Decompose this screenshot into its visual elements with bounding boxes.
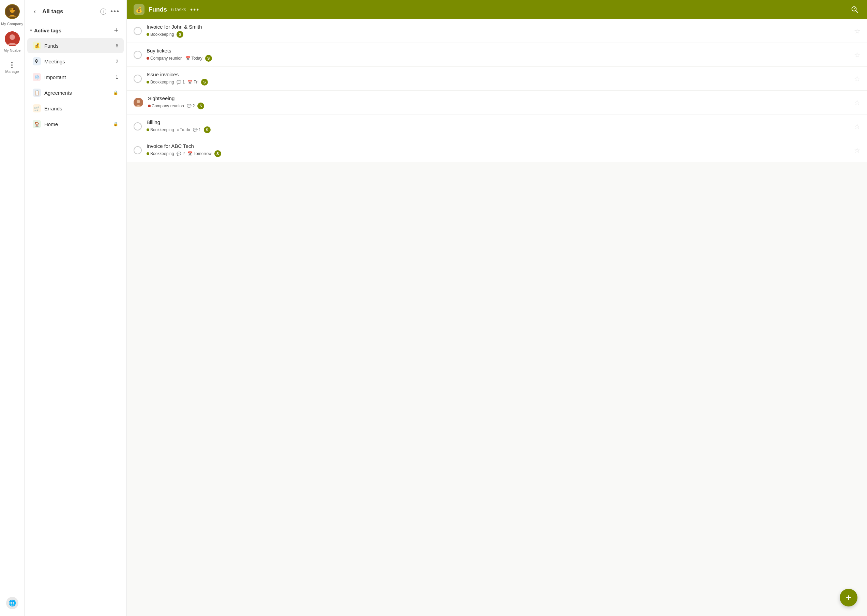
meta-tag: Bookkeeping <box>146 151 174 156</box>
tag-dot-icon <box>148 105 151 107</box>
company-avatar[interactable] <box>5 4 20 19</box>
search-icon <box>851 6 859 13</box>
task-checkbox[interactable] <box>134 122 142 130</box>
sidebar-header: ‹ All tags i ••• <box>25 0 126 23</box>
meta-tag: Company reunion <box>146 56 183 61</box>
task-avatar <box>134 98 143 107</box>
search-button[interactable] <box>849 4 860 15</box>
svg-point-3 <box>13 8 15 10</box>
task-content: BillingBookkeeping≡To-do💬1S <box>146 119 849 133</box>
task-content: Invoice for John & SmithBookkeepingS <box>146 24 849 38</box>
comment-icon: 💬 <box>187 104 192 108</box>
tag-label: Company reunion <box>152 104 184 108</box>
meta-date: 📅Fri <box>187 80 198 85</box>
task-content: Invoice for ABC TechBookkeeping💬2📅Tomorr… <box>146 143 849 157</box>
comment-icon: 💬 <box>193 128 198 132</box>
task-meta: Bookkeeping💬2📅TomorrowS <box>146 150 849 157</box>
task-item-2[interactable]: Buy ticketsCompany reunion📅TodayS☆ <box>127 43 867 67</box>
meta-person-badge: S <box>214 150 221 157</box>
tag-label: Bookkeeping <box>150 151 174 156</box>
task-title: Billing <box>146 119 849 125</box>
company-label: My Company <box>1 22 23 26</box>
info-button[interactable]: i <box>100 8 106 15</box>
meta-tag: Company reunion <box>148 104 184 108</box>
comment-icon: 💬 <box>176 152 181 156</box>
task-item-1[interactable]: Invoice for John & SmithBookkeepingS☆ <box>127 19 867 43</box>
task-star-button[interactable]: ☆ <box>854 75 860 83</box>
comment-count: 2 <box>192 104 195 108</box>
lock-icon: 🔒 <box>113 122 118 126</box>
agreements-tag-icon: 📋 <box>33 89 41 97</box>
task-content: Buy ticketsCompany reunion📅TodayS <box>146 48 849 62</box>
errands-tag-icon: 🛒 <box>33 104 41 112</box>
task-checkbox[interactable] <box>134 51 142 59</box>
sidebar-item-agreements[interactable]: 📋Agreements🔒 <box>27 85 124 100</box>
sidebar-item-errands[interactable]: 🛒Errands <box>27 101 124 116</box>
sidebar-item-funds[interactable]: 💰Funds6 <box>27 38 124 53</box>
meta-person-badge: S <box>204 126 211 133</box>
meta-comment: 💬1 <box>193 127 201 132</box>
tag-label: Bookkeeping <box>150 32 174 37</box>
task-star-button[interactable]: ☆ <box>854 122 860 130</box>
task-item-4[interactable]: SightseeingCompany reunion💬2S☆ <box>127 91 867 115</box>
comment-count: 2 <box>183 151 185 156</box>
task-item-5[interactable]: BillingBookkeeping≡To-do💬1S☆ <box>127 115 867 138</box>
info-icon: i <box>103 9 104 14</box>
task-title: Issue invoices <box>146 72 849 77</box>
task-star-button[interactable]: ☆ <box>854 27 860 35</box>
comment-count: 1 <box>199 127 201 132</box>
add-tag-button[interactable]: + <box>112 25 121 35</box>
task-star-button[interactable]: ☆ <box>854 99 860 107</box>
meta-comment: 💬2 <box>176 151 185 156</box>
lock-icon: 🔒 <box>113 90 118 95</box>
sidebar-more-button[interactable]: ••• <box>109 6 121 17</box>
main-header: 💰 Funds 6 tasks ••• <box>127 0 867 19</box>
main-header-count: 6 tasks <box>171 7 186 12</box>
tag-label: Bookkeeping <box>150 80 174 85</box>
sidebar-item-important[interactable]: ❄️Important1 <box>27 69 124 85</box>
agreements-tag-name: Agreements <box>44 90 110 96</box>
task-list: Invoice for John & SmithBookkeepingS☆Buy… <box>127 19 867 616</box>
task-item-3[interactable]: Issue invoicesBookkeeping💬1📅FriS☆ <box>127 67 867 91</box>
home-tag-icon: 🏠 <box>33 120 41 128</box>
home-tag-name: Home <box>44 121 110 127</box>
important-count: 1 <box>115 74 118 80</box>
status-icon: ≡ <box>176 128 179 132</box>
task-item-6[interactable]: Invoice for ABC TechBookkeeping💬2📅Tomorr… <box>127 138 867 162</box>
meta-comment: 💬1 <box>176 80 185 85</box>
meetings-tag-name: Meetings <box>44 58 112 64</box>
comment-count: 1 <box>183 80 185 85</box>
meta-tag: Bookkeeping <box>146 127 174 132</box>
task-star-button[interactable]: ☆ <box>854 146 860 154</box>
task-meta: Bookkeeping💬1📅FriS <box>146 79 849 85</box>
main-header-more-button[interactable]: ••• <box>190 6 199 14</box>
meta-status: ≡To-do <box>176 127 190 132</box>
task-checkbox[interactable] <box>134 146 142 154</box>
task-checkbox[interactable] <box>134 27 142 35</box>
errands-tag-name: Errands <box>44 105 118 112</box>
sidebar-item-home[interactable]: 🏠Home🔒 <box>27 116 124 132</box>
task-star-button[interactable]: ☆ <box>854 51 860 59</box>
comment-icon: 💬 <box>176 80 181 85</box>
manage-button[interactable]: Manage <box>3 59 22 76</box>
meetings-count: 2 <box>115 58 118 64</box>
earth-button[interactable]: 🌐 <box>6 597 19 609</box>
important-tag-name: Important <box>44 74 112 80</box>
tag-dot-icon <box>146 81 149 83</box>
sidebar-title: All tags <box>42 8 98 15</box>
add-task-fab[interactable]: + <box>840 589 858 607</box>
main-header-title: Funds <box>149 6 167 13</box>
active-tags-label: Active tags <box>34 28 109 33</box>
meta-person-badge: S <box>205 55 212 62</box>
task-meta: Company reunion💬2S <box>148 102 849 109</box>
meta-date: 📅Today <box>186 56 203 61</box>
task-title: Buy tickets <box>146 48 849 53</box>
back-button[interactable]: ‹ <box>30 7 39 16</box>
svg-point-9 <box>137 100 140 103</box>
user-avatar[interactable] <box>5 31 20 46</box>
sidebar-item-meetings[interactable]: 🎙Meetings2 <box>27 54 124 69</box>
task-meta: Company reunion📅TodayS <box>146 55 849 62</box>
task-checkbox[interactable] <box>134 75 142 83</box>
meta-person-badge: S <box>201 79 208 85</box>
tag-dot-icon <box>146 129 149 131</box>
